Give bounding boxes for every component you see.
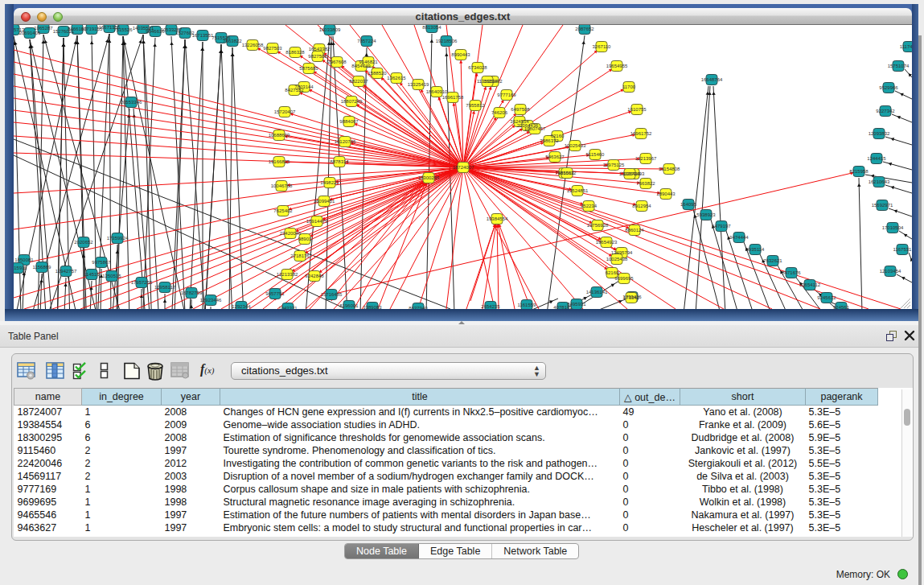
svg-text:8813054: 8813054 bbox=[422, 25, 441, 30]
svg-text:5875685: 5875685 bbox=[299, 66, 318, 71]
svg-text:6479197: 6479197 bbox=[712, 224, 731, 229]
svg-text:16713551: 16713551 bbox=[192, 33, 214, 38]
svg-text:18807249: 18807249 bbox=[341, 99, 363, 104]
svg-text:8637940: 8637940 bbox=[409, 306, 428, 309]
svg-text:1850081: 1850081 bbox=[14, 257, 34, 262]
svg-text:16914479: 16914479 bbox=[306, 219, 328, 224]
svg-text:7955812: 7955812 bbox=[466, 103, 485, 108]
svg-text:16099451: 16099451 bbox=[314, 199, 335, 204]
svg-text:1156869: 1156869 bbox=[33, 265, 52, 270]
svg-text:1065287: 1065287 bbox=[34, 26, 53, 31]
svg-text:11700: 11700 bbox=[622, 84, 636, 89]
svg-text:16154808: 16154808 bbox=[659, 167, 680, 171]
svg-text:8215958: 8215958 bbox=[849, 169, 869, 174]
svg-text:20691406: 20691406 bbox=[19, 31, 41, 35]
svg-text:12942757: 12942757 bbox=[55, 269, 77, 274]
svg-text:1615112: 1615112 bbox=[558, 171, 577, 175]
svg-text:3267110: 3267110 bbox=[593, 44, 612, 49]
svg-text:9884067: 9884067 bbox=[339, 119, 359, 124]
svg-text:19384554: 19384554 bbox=[487, 216, 508, 221]
svg-text:1117421: 1117421 bbox=[900, 44, 912, 49]
svg-text:10654112: 10654112 bbox=[799, 282, 821, 287]
svg-text:13025419: 13025419 bbox=[619, 171, 641, 176]
svg-text:6497508: 6497508 bbox=[511, 107, 530, 112]
svg-text:13495794: 13495794 bbox=[611, 250, 633, 255]
svg-text:7986372: 7986372 bbox=[540, 138, 559, 143]
svg-text:1498222: 1498222 bbox=[320, 180, 339, 185]
svg-text:17957255: 17957255 bbox=[131, 280, 153, 285]
svg-text:8427552: 8427552 bbox=[285, 88, 304, 93]
svg-text:1250515: 1250515 bbox=[102, 274, 121, 278]
svg-text:9827508: 9827508 bbox=[308, 54, 327, 59]
svg-text:2654235: 2654235 bbox=[481, 304, 500, 309]
svg-text:7632621: 7632621 bbox=[763, 258, 782, 263]
svg-text:98901: 98901 bbox=[298, 237, 312, 241]
svg-text:12213967: 12213967 bbox=[635, 156, 657, 161]
svg-text:8186328: 8186328 bbox=[285, 50, 305, 55]
svg-text:12213382: 12213382 bbox=[277, 272, 298, 277]
svg-text:3389083: 3389083 bbox=[363, 305, 382, 309]
svg-text:1244415: 1244415 bbox=[867, 156, 886, 161]
svg-text:62160: 62160 bbox=[606, 270, 619, 275]
svg-text:18300295: 18300295 bbox=[418, 175, 440, 180]
svg-text:16961752: 16961752 bbox=[630, 131, 652, 136]
svg-text:1362615: 1362615 bbox=[387, 76, 406, 80]
svg-text:9115460: 9115460 bbox=[586, 152, 606, 157]
svg-text:12975125: 12975125 bbox=[603, 163, 625, 167]
svg-text:7625402: 7625402 bbox=[273, 208, 293, 213]
svg-text:23420046: 23420046 bbox=[280, 231, 302, 236]
svg-text:8471676: 8471676 bbox=[782, 270, 801, 275]
svg-text:9699695: 9699695 bbox=[614, 276, 634, 281]
svg-text:2020652: 2020652 bbox=[74, 240, 93, 245]
svg-text:19756928: 19756928 bbox=[587, 223, 609, 228]
svg-text:10688609: 10688609 bbox=[269, 133, 290, 138]
svg-text:1161559: 1161559 bbox=[518, 303, 537, 307]
svg-text:7857224: 7857224 bbox=[357, 39, 376, 43]
svg-text:1292344: 1292344 bbox=[232, 304, 251, 309]
svg-text:924561: 924561 bbox=[833, 305, 850, 309]
svg-text:15751074: 15751074 bbox=[888, 64, 910, 68]
svg-text:2967608: 2967608 bbox=[327, 60, 347, 64]
svg-text:1890443: 1890443 bbox=[656, 192, 676, 196]
svg-text:8495931: 8495931 bbox=[567, 302, 586, 307]
svg-text:2935114: 2935114 bbox=[746, 247, 766, 252]
svg-text:16033809: 16033809 bbox=[319, 27, 341, 32]
svg-text:13226058: 13226058 bbox=[242, 43, 264, 47]
svg-text:12093832: 12093832 bbox=[869, 131, 890, 136]
svg-text:16543382: 16543382 bbox=[309, 47, 331, 51]
svg-text:20553346: 20553346 bbox=[121, 100, 142, 105]
svg-text:8860124: 8860124 bbox=[625, 228, 644, 233]
svg-text:2718176: 2718176 bbox=[290, 253, 310, 258]
svg-text:7515526: 7515526 bbox=[113, 27, 133, 32]
svg-text:9529966: 9529966 bbox=[879, 85, 898, 90]
svg-text:746206: 746206 bbox=[491, 110, 508, 115]
svg-text:13524851: 13524851 bbox=[567, 188, 589, 193]
svg-text:19654923: 19654923 bbox=[596, 240, 618, 245]
svg-text:9777169: 9777169 bbox=[497, 93, 516, 97]
svg-text:2087652: 2087652 bbox=[575, 27, 594, 31]
svg-text:14136141: 14136141 bbox=[586, 290, 608, 295]
svg-text:9463627: 9463627 bbox=[545, 154, 565, 159]
svg-text:1610755: 1610755 bbox=[627, 107, 647, 112]
svg-text:6734028: 6734028 bbox=[468, 65, 487, 70]
svg-text:19654955: 19654955 bbox=[606, 64, 628, 68]
svg-text:12103454: 12103454 bbox=[880, 269, 901, 274]
svg-text:10958117: 10958117 bbox=[154, 285, 176, 290]
svg-text:19166825: 19166825 bbox=[269, 159, 290, 164]
svg-text:10025438: 10025438 bbox=[606, 257, 628, 262]
svg-text:10807457: 10807457 bbox=[524, 126, 546, 131]
svg-text:10046768: 10046768 bbox=[271, 183, 293, 188]
svg-text:17359924: 17359924 bbox=[107, 236, 129, 241]
svg-text:18640910: 18640910 bbox=[426, 89, 448, 94]
svg-text:3915911: 3915911 bbox=[14, 266, 27, 270]
svg-text:16961758: 16961758 bbox=[442, 95, 464, 100]
svg-text:12923446: 12923446 bbox=[200, 298, 222, 303]
svg-text:9245612: 9245612 bbox=[817, 295, 836, 300]
svg-text:7663822: 7663822 bbox=[636, 181, 655, 186]
svg-text:9227342: 9227342 bbox=[876, 109, 895, 113]
svg-text:19218506: 19218506 bbox=[436, 39, 458, 43]
svg-text:164095: 164095 bbox=[680, 202, 697, 207]
svg-text:114519: 114519 bbox=[84, 272, 100, 277]
svg-text:8912954: 8912954 bbox=[632, 204, 651, 208]
svg-text:8822037: 8822037 bbox=[349, 79, 368, 84]
